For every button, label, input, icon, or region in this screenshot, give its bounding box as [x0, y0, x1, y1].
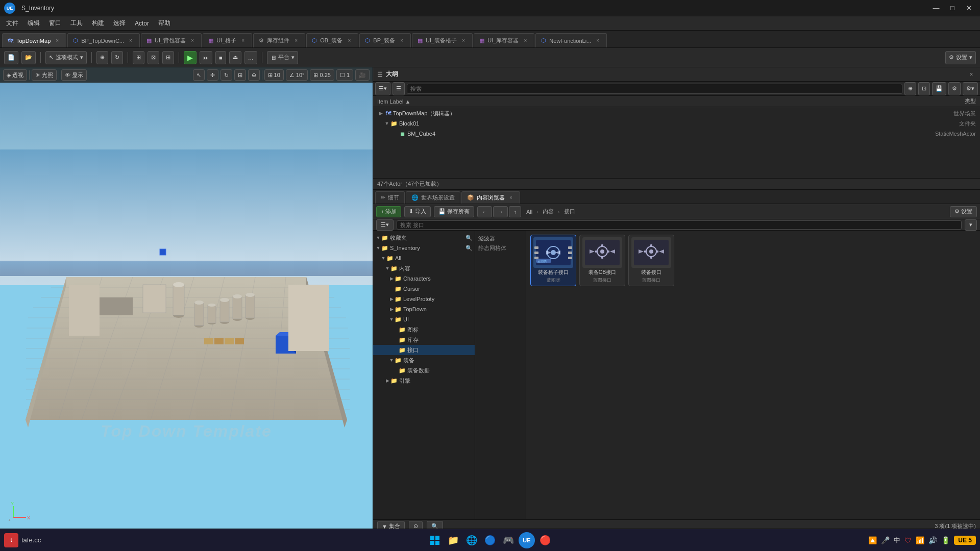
taskbar-debug-btn[interactable]: 🔴 — [537, 532, 553, 548]
taskbar-game-btn[interactable]: 🎮 — [500, 532, 517, 548]
tree-equip[interactable]: ▼ 📁 装备 — [373, 355, 475, 365]
open-level-btn[interactable]: 📂 — [21, 51, 36, 64]
show-btn[interactable]: 👁 显示 — [61, 69, 87, 81]
outline-close-btn[interactable]: × — [967, 70, 976, 79]
viewport[interactable]: ◈ 透视 ☀ 光照 👁 显示 ↖ ✛ ↻ ⊞ ⊕ ⊞ 10 — [0, 67, 373, 533]
tab-close-bp-equip[interactable]: × — [398, 37, 405, 44]
taskbar-explorer-btn[interactable]: 📁 — [445, 532, 461, 548]
tab-close-ob-equip[interactable]: × — [346, 37, 353, 44]
tree-search-icon-favorites[interactable]: 🔍 — [465, 235, 473, 241]
tab-close-ui-grid[interactable]: × — [239, 37, 247, 44]
tree-all[interactable]: ▼ 📁 All — [373, 253, 475, 263]
orbit-tool[interactable]: ⊕ — [248, 69, 260, 81]
outline-options-btn[interactable]: ☰ — [393, 82, 405, 95]
rotate-tool[interactable]: ↻ — [220, 69, 232, 81]
move-tool[interactable]: ✛ — [207, 69, 218, 81]
tree-topdown[interactable]: ▶ 📁 TopDown — [373, 304, 475, 314]
play-button[interactable]: ▶ — [184, 51, 197, 64]
bc-content[interactable]: 内容 — [541, 207, 556, 216]
sys-icon-lang[interactable]: 中 — [894, 536, 900, 545]
bc-all[interactable]: All — [524, 208, 534, 216]
outline-add-btn[interactable]: ⊕ — [904, 82, 916, 95]
sys-icon-battery[interactable]: 🔋 — [941, 536, 950, 544]
sys-icon-volume[interactable]: 🔊 — [928, 536, 937, 544]
transform-btn[interactable]: ⊕ — [96, 51, 108, 64]
tree-sinventory[interactable]: ▼ 📁 S_Inventory 🔍 — [373, 243, 475, 253]
platform-btn[interactable]: 🖥 平台 ▾ — [267, 51, 298, 64]
outline-item-smcube4[interactable]: ◼ SM_Cube4 StaticMeshActor — [373, 129, 980, 139]
tree-ui[interactable]: ▼ 📁 UI — [373, 314, 475, 324]
menu-tools[interactable]: 工具 — [66, 17, 87, 29]
more-btn[interactable]: … — [244, 51, 257, 64]
tab-close-ui-equip-grid[interactable]: × — [460, 37, 467, 44]
snap-btn[interactable]: ⊞ — [133, 51, 144, 64]
tab-content-browser[interactable]: 📦 内容浏览器 × — [461, 191, 520, 204]
menu-file[interactable]: 文件 — [2, 17, 22, 29]
angle-toggle[interactable]: ∠ 10° — [286, 69, 308, 81]
cb-item-equip-ob-interface[interactable]: 装备OB接口 蓝图接口 — [579, 235, 625, 286]
outline-settings-btn[interactable]: ⚙ — [948, 82, 961, 95]
taskbar-windows-btn[interactable] — [427, 532, 443, 548]
taskbar-edge-btn[interactable]: 🌐 — [463, 532, 480, 548]
outline-view-btn[interactable]: ⊡ — [918, 82, 930, 95]
tree-levelprototy[interactable]: ▶ 📁 LevelPrototy — [373, 294, 475, 304]
tree-icons[interactable]: ▶ 📁 图标 — [373, 324, 475, 335]
skip-button[interactable]: ⏭ — [200, 51, 212, 64]
tab-world-settings[interactable]: 🌐 世界场景设置 — [406, 191, 460, 204]
cb-item-equip-interface[interactable]: 装备接口 蓝图接口 — [628, 235, 674, 286]
cb-item-equip-grid-interface[interactable]: 蓝图类 装备格子接口 蓝图类 — [530, 235, 576, 286]
cb-forward-btn[interactable]: → — [493, 206, 508, 217]
tab-close-ui-inventory[interactable]: × — [522, 37, 529, 44]
tab-ui-inventory[interactable]: ▦ UI_库存容器 × — [474, 33, 534, 47]
tab-close-bp[interactable]: × — [127, 37, 134, 44]
cb-settings-btn[interactable]: ⚙ 设置 — [950, 206, 977, 217]
outline-item-block01[interactable]: ▼ 📁 Block01 文件夹 — [373, 118, 980, 129]
perspective-btn[interactable]: ◈ 透视 — [3, 69, 27, 81]
rotate-btn[interactable]: ↻ — [111, 51, 123, 64]
cb-back-btn[interactable]: ← — [477, 206, 492, 217]
tab-close-inventory[interactable]: × — [292, 37, 300, 44]
new-level-btn[interactable]: 📄 — [4, 51, 18, 64]
tab-bp-topdown[interactable]: ⬡ BP_TopDownC... × — [67, 33, 140, 47]
outline-settings2-btn[interactable]: ⚙▾ — [963, 82, 978, 95]
eject-button[interactable]: ⏏ — [229, 51, 241, 64]
cb-up-btn[interactable]: ↑ — [509, 206, 521, 217]
tab-ui-equip-grid[interactable]: ▦ UI_装备格子 × — [412, 33, 473, 47]
cb-view-options-btn[interactable]: ▾ — [965, 219, 977, 231]
outline-item-topdownmap[interactable]: ▶ 🗺 TopDownMap（编辑器） 世界场景 — [373, 108, 980, 118]
taskbar-ue-btn[interactable]: UE — [519, 532, 535, 548]
tab-bp-equip[interactable]: ⬡ BP_装备 × — [359, 33, 411, 47]
tree-interface[interactable]: ▶ 📁 接口 — [373, 345, 475, 355]
menu-window[interactable]: 窗口 — [45, 17, 65, 29]
cb-import-btn[interactable]: ⬇ 导入 — [404, 206, 431, 217]
num-toggle[interactable]: ☐ 1 — [336, 69, 353, 81]
snap2-btn[interactable]: ⊠ — [148, 51, 159, 64]
tree-content[interactable]: ▼ 📁 内容 — [373, 263, 475, 273]
menu-help[interactable]: 帮助 — [154, 17, 175, 29]
tree-engine[interactable]: ▶ 📁 引擎 — [373, 375, 475, 386]
tab-close-ui-bag[interactable]: × — [189, 37, 196, 44]
tree-search-icon-sinventory[interactable]: 🔍 — [465, 245, 473, 252]
tab-new-function[interactable]: ⬡ NewFunctionLi... × — [535, 33, 607, 47]
grid-toggle[interactable]: ⊞ 10 — [264, 69, 284, 81]
close-button[interactable]: ✕ — [962, 3, 976, 14]
maximize-button[interactable]: □ — [945, 3, 960, 14]
scale-toggle[interactable]: ⊞ 0.25 — [310, 69, 334, 81]
settings-right-btn[interactable]: ⚙ 设置 ▾ — [945, 51, 976, 64]
tree-favorites[interactable]: ▼ 📁 收藏夹 🔍 — [373, 233, 475, 243]
sys-icon-mic[interactable]: 🎤 — [881, 536, 890, 544]
snap3-btn[interactable]: ⊞ — [162, 51, 174, 64]
sys-icon-defender[interactable]: 🛡 — [904, 536, 912, 544]
tree-cursor[interactable]: ▶ 📁 Cursor — [373, 284, 475, 294]
cb-add-btn[interactable]: + 添加 — [376, 206, 401, 217]
minimize-button[interactable]: — — [929, 3, 943, 14]
tab-close-new-function[interactable]: × — [594, 37, 601, 44]
tree-inventory-folder[interactable]: ▶ 📁 库存 — [373, 335, 475, 345]
tab-detail[interactable]: ✏ 细节 — [375, 191, 405, 204]
tree-equip-data[interactable]: ▶ 📁 装备数据 — [373, 365, 475, 375]
stop-button[interactable]: ■ — [215, 51, 226, 64]
sys-icon-wifi[interactable]: 📶 — [916, 536, 924, 544]
tab-close-topdownmap[interactable]: × — [54, 37, 61, 44]
tab-topdownmap[interactable]: 🗺 TopDownMap × — [2, 33, 66, 47]
outline-save-btn[interactable]: 💾 — [932, 82, 946, 95]
